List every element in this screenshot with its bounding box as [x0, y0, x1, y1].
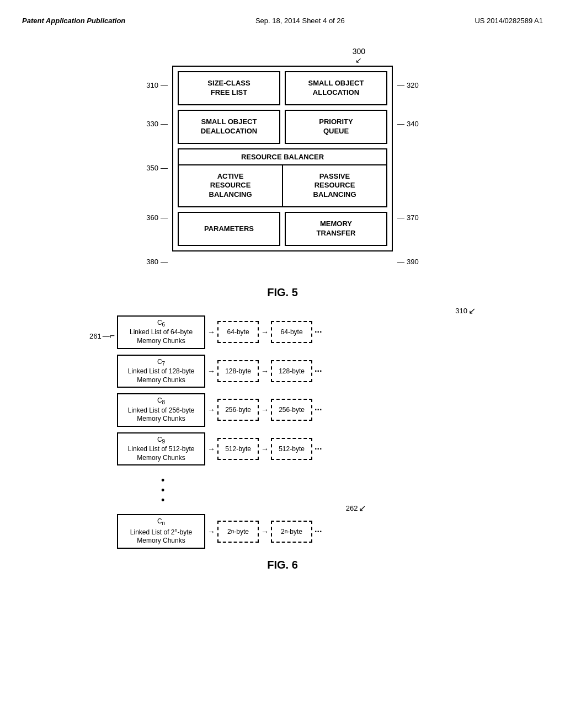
- page: Patent Application Publication Sep. 18, …: [0, 0, 565, 728]
- arrow-cn: →: [207, 527, 215, 536]
- chunk-c8-2: 256-byte: [271, 399, 312, 421]
- cell-size-class-free-list: SIZE-CLASSFREE LIST: [178, 71, 280, 105]
- label-320: 320: [407, 81, 419, 89]
- fig5-outer-box: SIZE-CLASSFREE LIST SMALL OBJECTALLOCATI…: [172, 66, 393, 251]
- dots-c9: ···: [315, 444, 322, 454]
- chunk-c9-2: 512-byte: [271, 438, 312, 460]
- cell-small-object-deallocation: SMALL OBJECTDEALLOCATION: [178, 110, 280, 144]
- list-item: C8Linked List of 256-byteMemory Chunks →…: [117, 393, 322, 427]
- chunk-c6-2: 64-byte: [271, 321, 312, 343]
- cell-priority-queue: PRIORITYQUEUE: [285, 110, 387, 144]
- header-right: US 2014/0282589 A1: [475, 17, 543, 25]
- cell-parameters: PARAMETERS: [178, 212, 280, 246]
- chunk-c9-1: 512-byte: [217, 438, 259, 460]
- arrow-c7-2: →: [261, 367, 269, 376]
- dots-c8: ···: [315, 405, 322, 415]
- list-box-c6: C6Linked List of 64-byteMemory Chunks: [117, 315, 205, 349]
- cn-row-container: 262 ↙ CnLinked List of 2n-byteMemory Chu…: [117, 514, 322, 550]
- label-340: 340: [407, 120, 419, 128]
- fig6-container: 310 ↙ 261 — ⌐ C6Linked List of 64-byteMe…: [22, 315, 543, 582]
- fig6-262-area: 262 ↙: [346, 503, 366, 513]
- header-left: Patent Application Publication: [22, 17, 125, 25]
- label-360: 360: [146, 213, 158, 222]
- list-item: C6Linked List of 64-byteMemory Chunks → …: [117, 315, 322, 349]
- arrow-c7: →: [207, 367, 215, 376]
- arrow-c6: →: [207, 328, 215, 336]
- bullet-dot-1: •: [161, 475, 164, 485]
- list-box-c7: C7Linked List of 128-byteMemory Chunks: [117, 355, 205, 388]
- list-item: C9Linked List of 512-byteMemory Chunks →…: [117, 432, 322, 466]
- cell-passive-resource-balancing: PASSIVERESOURCEBALANCING: [283, 165, 386, 207]
- list-item: C7Linked List of 128-byteMemory Chunks →…: [117, 355, 322, 388]
- label-310: 310: [146, 81, 158, 89]
- label-261: 261: [89, 332, 102, 340]
- fig5-row-4: PARAMETERS MEMORYTRANSFER: [178, 212, 387, 246]
- chunk-c7-1: 128-byte: [217, 360, 259, 382]
- arrow-c6-2: →: [261, 328, 269, 336]
- chunk-c6-1: 64-byte: [217, 321, 259, 343]
- chunk-cn-1: 2n-byte: [217, 521, 259, 543]
- bullet-dot-3: •: [161, 495, 164, 505]
- fig6-main: 261 — ⌐ C6Linked List of 64-byteMemory C…: [89, 315, 476, 550]
- resource-balancer-inner: ACTIVERESOURCEBALANCING PASSIVERESOURCEB…: [179, 165, 386, 207]
- label-390: 390: [407, 258, 419, 266]
- label-380: 380: [146, 258, 158, 266]
- resource-balancer-row: RESOURCE BALANCER ACTIVERESOURCEBALANCIN…: [178, 148, 387, 208]
- list-box-c9: C9Linked List of 512-byteMemory Chunks: [117, 432, 205, 466]
- arrow-300: ↙: [355, 56, 362, 65]
- fig5-row-2: SMALL OBJECTDEALLOCATION PRIORITYQUEUE: [178, 110, 387, 144]
- fig5-container: 300 ↙ 310 — 330 — 350 — 360: [22, 47, 543, 310]
- fig5-caption: FIG. 5: [267, 286, 298, 299]
- fig6-rows: C6Linked List of 64-byteMemory Chunks → …: [117, 315, 322, 550]
- arrow-c9-2: →: [261, 445, 269, 453]
- fig5-row-1: SIZE-CLASSFREE LIST SMALL OBJECTALLOCATI…: [178, 71, 387, 105]
- label-370: 370: [407, 213, 419, 222]
- cell-small-object-allocation: SMALL OBJECTALLOCATION: [285, 71, 387, 105]
- fig6-label-310: 310: [455, 307, 467, 315]
- cell-active-resource-balancing: ACTIVERESOURCEBALANCING: [179, 165, 283, 207]
- label-300: 300: [353, 47, 365, 56]
- dots-cn: ···: [315, 527, 322, 537]
- arrow-c8-2: →: [261, 405, 269, 414]
- list-box-cn: CnLinked List of 2n-byteMemory Chunks: [117, 514, 205, 549]
- chunk-c8-1: 256-byte: [217, 399, 259, 421]
- cell-memory-transfer: MEMORYTRANSFER: [285, 212, 387, 246]
- dots-c7: ···: [315, 366, 322, 376]
- page-header: Patent Application Publication Sep. 18, …: [22, 11, 543, 36]
- label-262: 262: [346, 504, 358, 512]
- fig6-261-area: 261 — ⌐: [89, 331, 115, 341]
- arrow-c8: →: [207, 405, 215, 414]
- arrow-c9: →: [207, 445, 215, 453]
- bullet-dot-2: •: [161, 485, 164, 495]
- resource-balancer-header: RESOURCE BALANCER: [179, 149, 386, 165]
- header-center: Sep. 18, 2014 Sheet 4 of 26: [255, 17, 345, 25]
- chunk-cn-2: 2n-byte: [271, 521, 312, 543]
- bullet-dots: • • •: [117, 475, 322, 505]
- dots-c6: ···: [315, 327, 322, 337]
- arrow-cn-2: →: [261, 527, 269, 536]
- list-box-c8: C8Linked List of 256-byteMemory Chunks: [117, 393, 205, 427]
- list-item: CnLinked List of 2n-byteMemory Chunks → …: [117, 514, 322, 549]
- fig6-caption: FIG. 6: [267, 559, 298, 571]
- label-330: 330: [146, 120, 158, 128]
- fig6-label-310-area: 310 ↙: [455, 306, 476, 316]
- fig5-main: 310 — 330 — 350 — 360 — 380 —: [146, 66, 418, 281]
- chunk-c7-2: 128-byte: [271, 360, 312, 382]
- label-350: 350: [146, 164, 158, 172]
